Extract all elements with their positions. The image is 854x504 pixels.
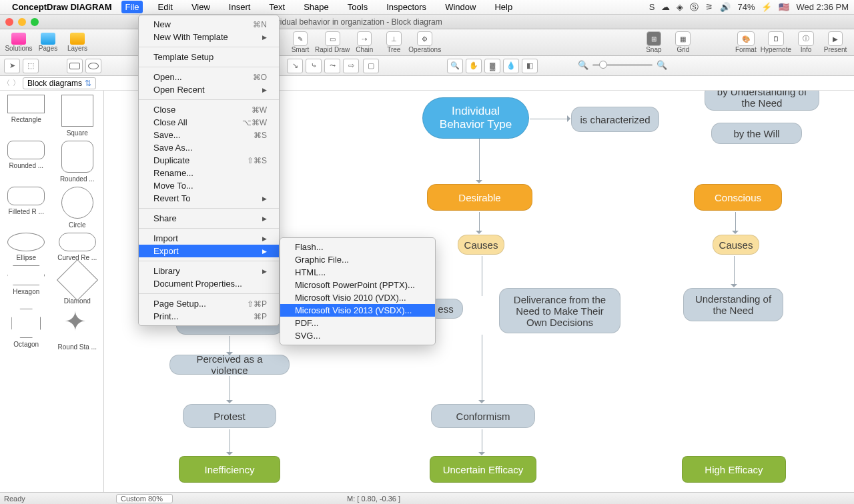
file-mi-close[interactable]: Close⌘W [139, 103, 279, 116]
node-unc[interactable]: Uncertain Efficacy [430, 456, 536, 483]
node-high[interactable]: High Efficacy [682, 456, 786, 483]
export-mi-html-[interactable]: HTML... [280, 266, 435, 279]
present-button[interactable]: ▶Present [821, 30, 850, 55]
zoom-out-icon[interactable]: 🔍 [578, 60, 588, 70]
layers-button[interactable]: Layers [63, 30, 92, 55]
export-mi-flash-[interactable]: Flash... [280, 241, 435, 253]
file-menu[interactable]: New⌘NNew With TemplateTemplate SetupOpen… [138, 15, 280, 326]
node-protest[interactable]: Protest [183, 404, 276, 428]
stamp-tool[interactable]: ▓ [484, 59, 500, 73]
file-mi-document-properties-[interactable]: Document Properties... [139, 277, 279, 290]
pointer-tool[interactable]: ➤ [4, 59, 20, 73]
file-mi-new-with-template[interactable]: New With Template [139, 31, 279, 43]
file-mi-import[interactable]: Import [139, 232, 279, 245]
node-ineff[interactable]: Inefficiency [179, 456, 280, 483]
eyedrop-tool[interactable]: 💧 [503, 59, 519, 73]
wifi-icon[interactable]: ⚞ [705, 2, 713, 12]
node-bywill[interactable]: by the Will [711, 123, 802, 144]
export-mi-microsoft-powerpoint-pptx-[interactable]: Microsoft PowerPoint (PPTX)... [280, 279, 435, 291]
flag-icon[interactable]: 🇺🇸 [779, 2, 789, 12]
minimize-icon[interactable] [18, 18, 26, 26]
file-mi-save-[interactable]: Save...⌘S [139, 129, 279, 141]
file-mi-template-setup[interactable]: Template Setup [139, 51, 279, 63]
file-mi-open-recent[interactable]: Open Recent [139, 83, 279, 96]
menu-window[interactable]: Window [441, 1, 480, 13]
snap-button[interactable]: ⊞Snap [639, 30, 669, 55]
shape-rsquare[interactable]: Rounded ... [54, 141, 101, 183]
traffic-lights[interactable] [5, 18, 39, 26]
menu-view[interactable]: View [187, 1, 214, 13]
ellipse-tool[interactable] [85, 59, 101, 73]
library-crumb[interactable]: Block diagrams ⇅ [23, 77, 96, 89]
menu-insert[interactable]: Insert [225, 1, 255, 13]
shape-rrect[interactable]: Rounded ... [3, 141, 50, 183]
format-button[interactable]: 🎨Format [731, 30, 761, 55]
hypernote-button[interactable]: 🗒Hypernote [761, 30, 791, 55]
export-mi-svg-[interactable]: SVG... [280, 329, 435, 342]
export-mi-microsoft-visio-vsdx-[interactable]: Microsoft Visio 2013 (VSDX)... [280, 304, 435, 317]
file-mi-save-as-[interactable]: Save As... [139, 141, 279, 154]
file-mi-new[interactable]: New⌘N [139, 18, 279, 31]
node-desirable[interactable]: Desirable [427, 184, 532, 211]
pages-button[interactable]: Pages [33, 30, 63, 55]
menu-shape[interactable]: Shape [300, 1, 333, 13]
menu-edit[interactable]: Edit [153, 1, 176, 13]
info-button[interactable]: ⓘInfo [791, 30, 821, 55]
cloud-icon[interactable]: ☁ [661, 2, 670, 12]
file-mi-revert-to[interactable]: Revert To [139, 192, 279, 205]
file-mi-open-[interactable]: Open...⌘O [139, 71, 279, 83]
menu-file[interactable]: File [121, 1, 143, 13]
conn2[interactable]: ⤷ [306, 59, 322, 73]
zoom-slider[interactable] [592, 64, 653, 66]
file-mi-export[interactable]: Export [139, 245, 279, 257]
export-submenu[interactable]: Flash...Graphic File...HTML...Microsoft … [280, 237, 436, 345]
close-icon[interactable] [5, 18, 13, 26]
conn3[interactable]: ⤳ [324, 59, 340, 73]
marquee-tool[interactable]: ⬚ [23, 59, 39, 73]
shape-square[interactable]: Square [54, 95, 101, 137]
node-causes2[interactable]: Causes [713, 235, 759, 255]
conn1[interactable]: ↘ [287, 59, 303, 73]
zoom-icon[interactable] [31, 18, 39, 26]
shape-star[interactable]: Round Sta ... [54, 309, 101, 351]
file-mi-duplicate[interactable]: Duplicate⇧⌘S [139, 154, 279, 167]
operations-button[interactable]: ⚙Operations [408, 30, 441, 55]
node-causes1[interactable]: Causes [458, 235, 504, 255]
shape-ellipse[interactable]: Ellipse [3, 233, 50, 261]
solutions-button[interactable]: Solutions [4, 30, 33, 55]
node-individual[interactable]: Individual Behavior Type [422, 97, 529, 139]
export-mi-microsoft-visio-vdx-[interactable]: Microsoft Visio 2010 (VDX)... [280, 291, 435, 304]
zoom-tool[interactable]: 🔍 [447, 59, 463, 73]
shape-fillet[interactable]: Filleted R ... [3, 187, 50, 229]
pan-tool[interactable]: ✋ [466, 59, 482, 73]
zoom-combo[interactable]: Custom 80% [116, 494, 173, 503]
file-mi-library[interactable]: Library [139, 265, 279, 277]
file-mi-close-all[interactable]: Close All⌥⌘W [139, 116, 279, 129]
rect-tool[interactable] [67, 59, 83, 73]
smart-button[interactable]: ✎Smart [286, 30, 315, 55]
eraser-tool[interactable]: ◧ [522, 59, 538, 73]
back-icon[interactable]: 〈 [3, 78, 10, 88]
shape-hex[interactable]: Hexagon [3, 265, 50, 305]
container-tool[interactable]: ▢ [363, 59, 379, 73]
grid-button[interactable]: ▦Grid [669, 30, 698, 55]
diamond-icon[interactable]: ◈ [677, 2, 683, 12]
file-mi-move-to-[interactable]: Move To... [139, 179, 279, 192]
node-undneed2[interactable]: Understanding of the Need [683, 288, 783, 321]
menu-help[interactable]: Help [490, 1, 516, 13]
shape-rect[interactable]: Rectangle [3, 95, 50, 137]
menu-tools[interactable]: Tools [344, 1, 372, 13]
node-conformism[interactable]: Conformism [431, 404, 535, 428]
file-mi-rename-[interactable]: Rename... [139, 167, 279, 179]
rapiddraw-button[interactable]: ▭Rapid Draw [315, 30, 350, 55]
file-mi-share[interactable]: Share [139, 212, 279, 225]
skype-icon[interactable]: Ⓢ [690, 1, 699, 13]
s-icon[interactable]: S [649, 2, 655, 12]
shape-diamond[interactable]: Diamond [54, 265, 101, 305]
file-mi-print-[interactable]: Print...⌘P [139, 310, 279, 323]
volume-icon[interactable]: 🔊 [720, 2, 731, 12]
node-undneed[interactable]: by Understanding of the Need [705, 91, 819, 111]
fwd-icon[interactable]: 〉 [13, 78, 20, 88]
node-conscious[interactable]: Conscious [694, 184, 782, 211]
node-deliv[interactable]: Deliverance from the Need to Make Their … [499, 288, 620, 333]
